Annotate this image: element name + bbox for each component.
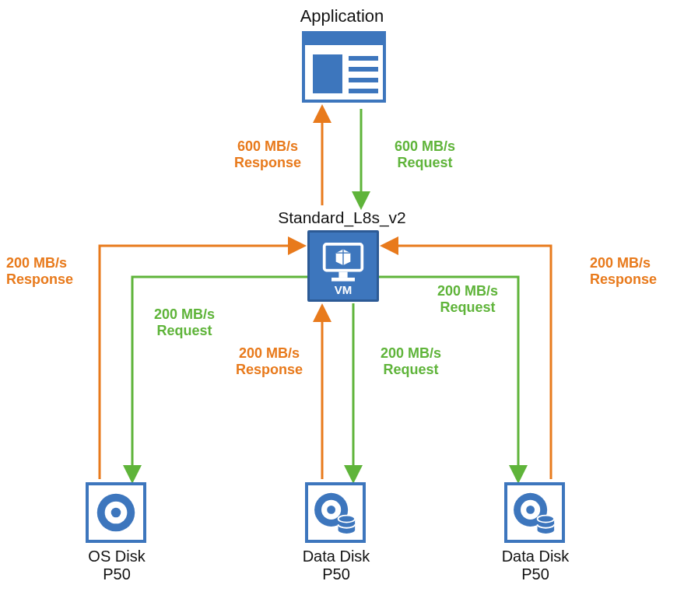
os-disk-icon xyxy=(86,482,146,543)
app-response-label: 600 MB/s Response xyxy=(221,138,314,170)
vm-mid-request-label: 200 MB/s Request xyxy=(364,345,458,377)
mid-response-label: 200 MB/s Response xyxy=(223,345,316,377)
svg-point-21 xyxy=(526,506,535,514)
app-request-label: 600 MB/s Request xyxy=(378,138,472,170)
vm-right-request-label: 200 MB/s Request xyxy=(425,283,510,315)
vm-caption: VM xyxy=(310,283,377,296)
data-disk-mid-icon xyxy=(305,482,366,543)
svg-point-11 xyxy=(111,508,121,518)
svg-point-14 xyxy=(327,506,335,514)
application-title: Application xyxy=(0,6,684,26)
vm-os-request-label: 200 MB/s Request xyxy=(142,306,227,338)
data-disk-right-label: Data Disk P50 xyxy=(489,548,582,583)
vm-icon: VM xyxy=(307,230,379,302)
os-disk-label: OS Disk P50 xyxy=(70,548,163,583)
right-response-label: 200 MB/s Response xyxy=(590,255,675,287)
svg-rect-3 xyxy=(338,271,347,277)
data-disk-mid-label: Data Disk P50 xyxy=(289,548,383,583)
svg-rect-4 xyxy=(331,278,355,282)
data-disk-right-icon xyxy=(504,482,565,543)
os-response-label: 200 MB/s Response xyxy=(6,255,92,287)
application-icon xyxy=(302,31,386,103)
vm-title: Standard_L8s_v2 xyxy=(0,208,684,227)
